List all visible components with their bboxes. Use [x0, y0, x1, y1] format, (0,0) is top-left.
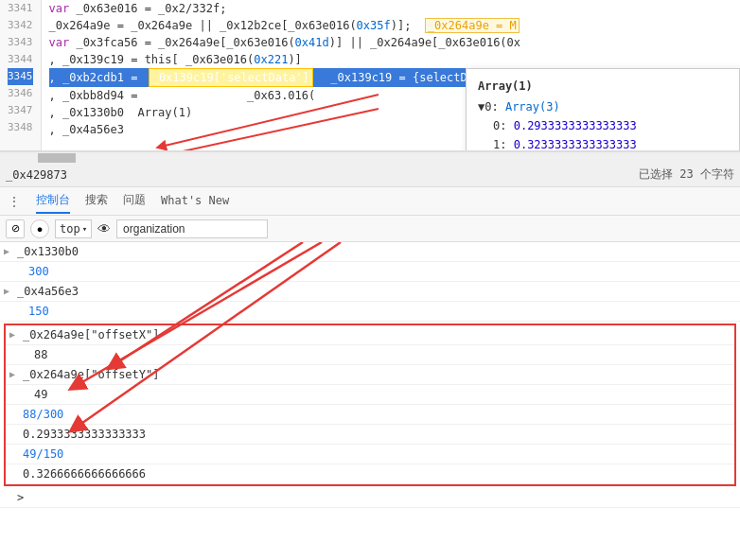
- console-text: _0x1330b0: [17, 243, 740, 260]
- filter-label: top: [60, 222, 80, 236]
- tab-issues[interactable]: 问题: [123, 188, 146, 214]
- horizontal-scrollbar[interactable]: [0, 151, 740, 163]
- stop-button[interactable]: ●: [30, 219, 49, 238]
- middle-row: _0x429873 已选择 23 个字符: [0, 163, 740, 187]
- console-value-49: 49: [23, 386, 734, 403]
- console-row-0293: 0.2933333333333333: [6, 425, 734, 445]
- tooltip-box: Array(1) ▼0: Array(3) 0: 0.2933333333333…: [466, 68, 740, 151]
- console-row-88-300: 88/300: [6, 405, 734, 425]
- code-line-3344: , _0x139c19 = this[ _0x63e016(0x221)]: [49, 51, 741, 68]
- main-container: 3341 3342 3343 3344 3345 3346 3347 3348 …: [0, 0, 740, 560]
- toolbar-row: ⊘ ● top ▾ 👁: [0, 216, 740, 242]
- var-display: _0x429873: [6, 168, 67, 182]
- tab-whatsnew[interactable]: What's New: [161, 190, 229, 213]
- menu-icon: ⋮: [8, 194, 21, 209]
- eye-icon[interactable]: 👁: [97, 221, 111, 236]
- console-row-300: 300: [0, 262, 740, 282]
- console-value-300: 300: [17, 263, 740, 280]
- console-value-49-150: 49/150: [23, 446, 734, 463]
- code-editor: 3341 3342 3343 3344 3345 3346 3347 3348 …: [0, 0, 740, 151]
- console-value-0326: 0.3266666666666666: [23, 465, 734, 482]
- tooltip-item-0: ▼0: Array(3): [478, 97, 728, 116]
- code-line-3342: _0x264a9e = _0x264a9e || _0x12b2ce[_0x63…: [49, 17, 741, 34]
- chevron-down-icon: ▾: [82, 224, 87, 234]
- red-bordered-group: ▶ _0x264a9e["offsetX"] 88 ▶ _0x264a9e["o…: [4, 324, 736, 486]
- tab-search[interactable]: 搜索: [85, 188, 108, 214]
- tooltip-array-header: Array(1): [478, 77, 728, 96]
- search-input[interactable]: [116, 219, 268, 238]
- console-row-offsetx: ▶ _0x264a9e["offsetX"]: [6, 325, 734, 345]
- console-text: _0x4a56e3: [17, 283, 740, 300]
- expand-icon[interactable]: ▶: [9, 326, 23, 343]
- bottom-section: ⋮ 控制台 搜索 问题 What's New ⊘ ● top ▾ 👁 ▶ _0x…: [0, 187, 740, 560]
- console-value-0293: 0.2933333333333333: [23, 426, 734, 443]
- console-text-offsetx: _0x264a9e["offsetX"]: [23, 326, 734, 343]
- console-scroll[interactable]: ▶ _0x1330b0 300 ▶ _0x4a56e3 150 ▶ _0x264…: [0, 242, 740, 560]
- clear-button[interactable]: ⊘: [6, 219, 25, 238]
- code-line-3341: var _0x63e016 = _0x2/332f;: [49, 0, 741, 17]
- console-value-88: 88: [23, 346, 734, 363]
- console-prompt-row: >: [0, 488, 740, 508]
- console-row-150: 150: [0, 302, 740, 322]
- console-row-offsety: ▶ _0x264a9e["offsetY"]: [6, 365, 734, 385]
- console-text-offsety: _0x264a9e["offsetY"]: [23, 366, 734, 383]
- code-line-3343: var _0x3fca56 = _0x264a9e[_0x63e016(0x41…: [49, 34, 741, 51]
- expand-icon[interactable]: ▶: [9, 366, 23, 383]
- console-value-150: 150: [17, 303, 740, 320]
- console-row-1330b0: ▶ _0x1330b0: [0, 242, 740, 262]
- tooltip-item-0-0: 0: 0.2933333333333333: [478, 116, 728, 135]
- console-row-4a56e3: ▶ _0x4a56e3: [0, 282, 740, 302]
- tooltip-item-0-1: 1: 0.3233333333333333: [478, 135, 728, 151]
- expand-icon[interactable]: ▶: [4, 243, 17, 260]
- tab-console[interactable]: 控制台: [36, 188, 70, 214]
- expand-icon[interactable]: ▶: [4, 283, 17, 300]
- console-value-88-300: 88/300: [23, 406, 734, 423]
- console-prompt: >: [17, 489, 740, 506]
- console-row-49-150: 49/150: [6, 445, 734, 464]
- console-row-0326: 0.3266666666666666: [6, 464, 734, 484]
- console-row-88: 88: [6, 345, 734, 365]
- console-row-49: 49: [6, 385, 734, 405]
- line-numbers: 3341 3342 3343 3344 3345 3346 3347 3348: [0, 0, 42, 150]
- tabs-row: ⋮ 控制台 搜索 问题 What's New: [0, 187, 740, 216]
- filter-select[interactable]: top ▾: [55, 219, 92, 238]
- selected-chars: 已选择 23 个字符: [639, 166, 734, 183]
